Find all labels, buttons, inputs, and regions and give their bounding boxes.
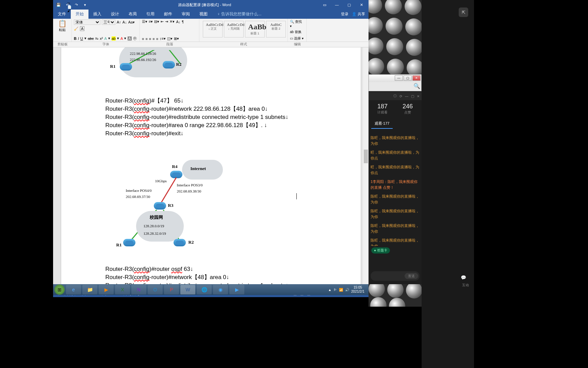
find-button[interactable]: 🔍 查找 ▾ [290,19,304,28]
clear-format-icon[interactable]: 🧹 [74,27,79,31]
taskbar-powerpoint[interactable]: P [164,285,179,294]
increase-indent-icon[interactable]: ⇥ [165,19,168,24]
italic-button[interactable]: I [78,36,79,41]
tell-me-search[interactable]: ♀ 告诉我您想要做什么... [212,10,266,19]
tab-insert[interactable]: 插入 [88,10,106,19]
style-no-spacing[interactable]: AaBbCcDd↓ 无间隔 [224,21,244,37]
send-button[interactable]: 发送 [405,273,418,279]
grow-font-icon[interactable]: A↑ [117,20,121,24]
bold-button[interactable]: B [74,36,77,41]
subscript-button[interactable]: x₂ [95,36,99,41]
taskbar-ie[interactable]: e [66,285,81,294]
tab-layout[interactable]: 布局 [124,10,142,19]
show-marks-icon[interactable]: ¶ [182,20,184,24]
taskbar-outlook[interactable]: O [148,285,163,294]
info-icon[interactable]: ⓘ [393,94,397,98]
minimize-button[interactable]: — [331,1,343,8]
tab-home[interactable]: 开始 [71,10,88,19]
tab-mailings[interactable]: 邮件 [159,10,177,19]
tray-network-icon[interactable]: 📶 [339,288,343,292]
save-icon[interactable]: 💾 [56,3,61,7]
taskbar-explorer[interactable]: 📁 [82,285,97,294]
login-button[interactable]: 登录 [341,12,348,17]
shading-icon[interactable]: ◫▾ [167,36,173,41]
text-effects-icon[interactable]: A [104,36,107,41]
clock-time[interactable]: 15:05 [351,286,364,290]
taskbar-media[interactable]: ▶ [99,285,114,294]
enclose-char-icon[interactable]: ㊥ [133,36,137,41]
align-center-icon[interactable]: ≡ [145,37,147,41]
chat-float-button[interactable]: 💬 [459,273,468,282]
underline-button[interactable]: U [80,36,83,41]
chat-messages[interactable]: 陈旺，我来围观你的直播啦，为你 旺，我来围观你的直播啦，为你点 旺，我来围观你的… [369,130,422,246]
font-size-select[interactable]: 三号 [102,19,115,25]
mini-maximize-button[interactable]: ▢ [404,75,412,81]
bullets-icon[interactable]: ☰▾ [142,19,147,24]
superscript-button[interactable]: x² [100,36,103,41]
redo-icon[interactable]: ↷ [74,3,79,7]
highlight-icon[interactable]: ab [112,36,116,41]
justify-icon[interactable]: ≡ [152,37,154,41]
share-button[interactable]: 👤 共享 [352,12,365,17]
cut-icon[interactable]: ✂ [67,1,71,5]
search-icon[interactable]: 🔍 [413,83,421,90]
line-spacing-icon[interactable]: ↕≡▾ [160,36,166,41]
align-right-icon[interactable]: ≡ [149,37,151,41]
tab-design[interactable]: 设计 [106,10,124,19]
mini-close-button[interactable]: ✕ [412,75,421,81]
tray-flag-icon[interactable]: 🏳 [333,288,337,292]
decrease-indent-icon[interactable]: ⇤ [161,19,164,24]
tab-view[interactable]: 视图 [195,10,212,19]
tray-volume-icon[interactable]: 🔊 [345,288,349,292]
tab-review[interactable]: 审阅 [177,10,195,19]
font-color-icon[interactable]: A [120,36,123,41]
taskbar-excel[interactable]: X [115,285,130,294]
chat-input[interactable]: 发送 [371,271,420,281]
distribute-icon[interactable]: ≡ [156,37,158,41]
vertical-scrollbar[interactable] [363,47,369,290]
paste-icon[interactable]: 📋 [55,19,69,28]
style-heading1[interactable]: AaBb标题 1 [245,21,265,37]
mini-minimize-button[interactable]: — [395,75,403,81]
multilevel-icon[interactable]: ⊟▾ [154,19,159,24]
paste-button[interactable]: 粘贴 [55,28,69,32]
shrink-font-icon[interactable]: A↓ [122,20,127,24]
tab-references[interactable]: 引用 [142,10,159,19]
asian-layout-icon[interactable]: ✕▾ [169,19,175,24]
taskbar-app2[interactable]: ▶ [229,285,244,294]
share-float-button[interactable]: ⇱ [459,7,468,17]
sort-icon[interactable]: A↓ [176,20,180,24]
panel-max-icon[interactable]: ▢ [411,94,414,98]
phonetic-icon[interactable]: A [80,26,84,31]
style-normal[interactable]: AaBbCcDd↓ 正文 [203,21,223,37]
align-left-icon[interactable]: ≡ [142,37,144,41]
panel-close-icon[interactable]: ✕ [417,94,420,98]
taskbar-onenote[interactable]: N [131,285,146,294]
qat-dropdown-icon[interactable]: ▾ [82,3,88,7]
select-button[interactable]: ▭ 选择 ▾ [290,36,304,41]
char-shading-icon[interactable]: A [128,36,131,41]
close-button[interactable]: ✕ [356,1,367,8]
answer-card-badge[interactable]: ● 答题卡 [371,247,390,254]
change-case-icon[interactable]: Aa▾ [128,20,135,25]
chat-tab-viewing[interactable]: 观看·177 [371,119,393,129]
copy-icon[interactable]: 📄 [67,5,71,9]
maximize-button[interactable]: ▢ [343,1,355,8]
start-button[interactable]: ⊞ [54,285,65,295]
ribbon-options-button[interactable]: ▭ [319,1,330,8]
borders-icon[interactable]: ⊞▾ [174,36,179,41]
taskbar-word[interactable]: W [180,285,195,294]
taskbar-app1[interactable]: ◉ [213,285,228,294]
font-family-select[interactable]: 宋体 [74,19,100,25]
document-area[interactable]: 222.98.66.128/26 222.98.66.192/26 R1 R2 … [53,47,369,290]
panel-min-icon[interactable]: — [405,94,408,98]
style-heading2[interactable]: AaBbC标题 2 [266,21,286,37]
numbering-icon[interactable]: ≡▾ [149,19,153,24]
styles-gallery[interactable]: AaBbCcDd↓ 正文 AaBbCcDd↓ 无间隔 AaBb标题 1 AaBb… [201,19,285,39]
refresh-icon[interactable]: ⟳ [399,94,402,98]
clock-date[interactable]: 2021/2/1 [351,290,364,294]
format-painter-icon[interactable]: 🖌 [67,9,71,13]
scrollbar-thumb[interactable] [364,150,368,163]
tray-icon[interactable]: ▲ [328,288,331,292]
replace-button[interactable]: ab 替换 [290,30,304,34]
